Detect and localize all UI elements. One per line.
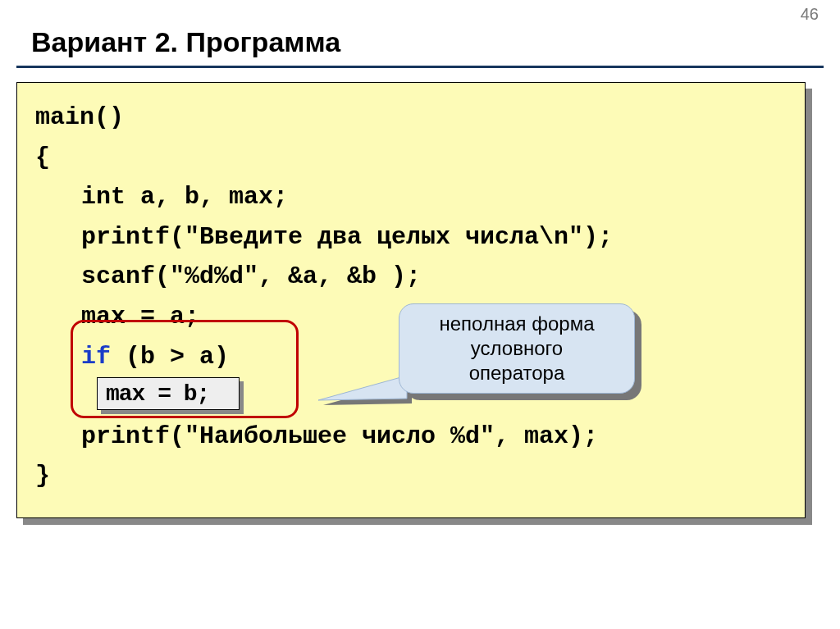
highlight-box-wrapper: max = b;	[97, 377, 240, 410]
code-line: }	[35, 456, 787, 496]
code-line: scanf("%d%d", &a, &b );	[35, 257, 787, 297]
code-line: main()	[35, 98, 787, 138]
callout: неполная форма условного оператора	[399, 303, 635, 400]
code-line: printf("Наибольшее число %d", max);	[35, 417, 787, 457]
page-number: 46	[801, 5, 819, 24]
highlight-box: max = b;	[97, 377, 240, 410]
callout-line: оператора	[469, 362, 565, 384]
svg-marker-1	[318, 376, 407, 400]
code-line: {	[35, 138, 787, 178]
code-line: printf("Введите два целых числа\n");	[35, 217, 787, 258]
slide-title: Вариант 2. Программа	[31, 26, 340, 58]
code-line: int a, b, max;	[35, 177, 787, 217]
callout-body: неполная форма условного оператора	[399, 303, 635, 394]
callout-line: условного	[471, 337, 563, 359]
title-underline	[16, 66, 824, 68]
callout-line: неполная форма	[440, 312, 595, 335]
code-box: main() { int a, b, max; printf("Введите …	[16, 82, 806, 518]
